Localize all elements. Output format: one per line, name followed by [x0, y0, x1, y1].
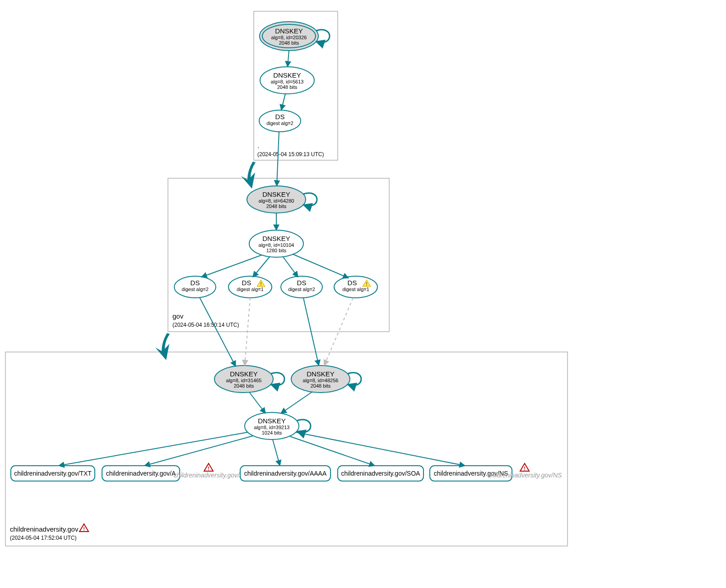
edge — [288, 51, 289, 67]
svg-text:DNSKEY: DNSKEY — [273, 71, 301, 79]
svg-text:DS: DS — [275, 113, 285, 120]
svg-text:alg=8, id=20326: alg=8, id=20326 — [271, 35, 307, 40]
svg-text:digest alg=1: digest alg=1 — [237, 287, 264, 292]
dnssec-graph: . (2024-05-04 15:09:13 UTC) gov (2024-05… — [0, 0, 726, 588]
zone-label-root: . — [257, 142, 259, 149]
svg-text:childreninadversity.gov/AAAA: childreninadversity.gov/AAAA — [244, 470, 327, 477]
zone-arrow — [241, 162, 256, 189]
rrset-txt: childreninadversity.gov/TXT — [11, 466, 95, 481]
svg-text:alg=8, id=10104: alg=8, id=10104 — [259, 242, 294, 248]
svg-text:childreninadversity.gov/TXT: childreninadversity.gov/TXT — [14, 470, 92, 477]
svg-text:digest alg=2: digest alg=2 — [266, 120, 293, 126]
edge — [144, 436, 253, 466]
node-root-ksk: DNSKEY alg=8, id=20326 2048 bits — [260, 22, 330, 51]
svg-text:DNSKEY: DNSKEY — [262, 190, 290, 198]
svg-text:digest alg=2: digest alg=2 — [182, 287, 209, 292]
zone-label-domain: childreninadversity.gov — [10, 525, 79, 533]
node-gov-ds4: DS digest alg=1 ! — [334, 276, 377, 298]
svg-text:DS: DS — [348, 279, 357, 287]
rrset-aaaa: childreninadversity.gov/AAAA — [240, 466, 330, 481]
svg-text:digest alg=2: digest alg=2 — [288, 287, 315, 292]
error-icon: ! — [79, 524, 88, 532]
svg-text:!: ! — [366, 281, 368, 287]
svg-text:DS: DS — [191, 279, 200, 287]
svg-text:!: ! — [524, 466, 526, 471]
zone-box-domain — [5, 352, 568, 546]
edge — [296, 432, 465, 466]
zone-label-gov: gov — [172, 312, 184, 320]
svg-text:2048 bits: 2048 bits — [266, 204, 287, 209]
node-dom-zsk: DNSKEY alg=8, id=39213 1024 bits — [245, 412, 311, 440]
node-gov-ds2: DS digest alg=1 ! — [228, 276, 272, 298]
svg-text:DNSKEY: DNSKEY — [262, 235, 290, 242]
svg-text:alg=8, id=48256: alg=8, id=48256 — [303, 378, 339, 383]
zone-time-gov: (2024-05-04 16:50:14 UTC) — [172, 322, 239, 328]
svg-text:1280 bits: 1280 bits — [266, 248, 287, 253]
rrset-a-error: ! childreninadversity.gov/A — [174, 463, 244, 479]
svg-text:alg=8, id=5613: alg=8, id=5613 — [271, 79, 304, 84]
zone-time-root: (2024-05-04 15:09:13 UTC) — [257, 151, 324, 157]
error-icon: ! — [204, 463, 213, 471]
edge — [290, 436, 375, 466]
svg-text:!: ! — [83, 526, 85, 532]
edge — [277, 132, 279, 186]
svg-text:2048 bits: 2048 bits — [311, 383, 331, 389]
edge — [201, 255, 262, 277]
svg-text:DNSKEY: DNSKEY — [307, 370, 335, 378]
rrset-a: childreninadversity.gov/A — [102, 466, 180, 481]
svg-text:childreninadversity.gov/SOA: childreninadversity.gov/SOA — [341, 470, 420, 477]
svg-text:2048 bits: 2048 bits — [277, 84, 298, 90]
zone-time-domain: (2024-05-04 17:52:04 UTC) — [10, 535, 76, 541]
edge — [59, 432, 247, 466]
svg-text:DNSKEY: DNSKEY — [275, 27, 303, 35]
node-gov-ksk: DNSKEY alg=8, id=64280 2048 bits — [247, 186, 317, 213]
svg-text:alg=8, id=39213: alg=8, id=39213 — [254, 425, 290, 430]
edge — [253, 256, 270, 277]
edge — [293, 254, 349, 278]
error-icon: ! — [520, 463, 529, 471]
node-gov-ds3: DS digest alg=2 — [281, 276, 322, 298]
svg-text:alg=8, id=31465: alg=8, id=31465 — [226, 378, 262, 383]
node-dom-ksk1: DNSKEY alg=8, id=31465 2048 bits — [214, 366, 284, 393]
svg-text:1024 bits: 1024 bits — [262, 430, 282, 435]
svg-text:DS: DS — [297, 279, 307, 287]
svg-text:!: ! — [260, 281, 262, 287]
svg-text:2048 bits: 2048 bits — [279, 40, 299, 46]
edge — [281, 392, 312, 413]
svg-text:childreninadversity.gov/A: childreninadversity.gov/A — [106, 470, 176, 477]
edge — [281, 94, 285, 110]
zone-arrow — [155, 333, 170, 360]
node-root-zsk: DNSKEY alg=8, id=5613 2048 bits — [260, 67, 314, 94]
node-gov-ds1: DS digest alg=2 — [174, 276, 216, 298]
svg-text:DNSKEY: DNSKEY — [230, 370, 258, 378]
svg-text:DS: DS — [242, 279, 251, 287]
svg-text:2048 bits: 2048 bits — [234, 383, 254, 389]
edge — [283, 256, 298, 277]
edge — [273, 440, 280, 466]
svg-text:digest alg=1: digest alg=1 — [342, 287, 369, 292]
svg-text:alg=8, id=64280: alg=8, id=64280 — [259, 198, 294, 204]
svg-text:DNSKEY: DNSKEY — [258, 417, 286, 425]
edge — [249, 392, 265, 413]
node-gov-zsk: DNSKEY alg=8, id=10104 1280 bits — [249, 230, 303, 257]
node-root-ds: DS digest alg=2 — [259, 110, 301, 132]
svg-text:childreninadversity.gov/NS: childreninadversity.gov/NS — [488, 472, 562, 479]
svg-text:childreninadversity.gov/A: childreninadversity.gov/A — [174, 472, 244, 479]
rrset-soa: childreninadversity.gov/SOA — [338, 466, 424, 481]
svg-text:!: ! — [208, 466, 209, 471]
node-dom-ksk2: DNSKEY alg=8, id=48256 2048 bits — [291, 366, 361, 393]
